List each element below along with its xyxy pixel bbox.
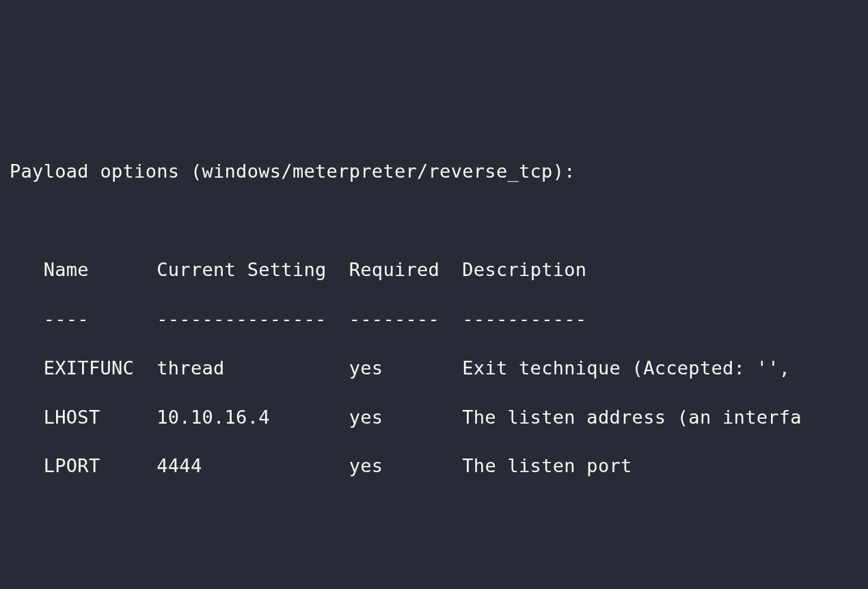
col-name: Name	[44, 259, 89, 280]
col-required: Required	[349, 259, 439, 280]
blank-line	[10, 503, 868, 528]
opt-current: thread	[157, 357, 224, 379]
opt-desc: The listen address (an interfa	[462, 407, 802, 428]
blank-line	[10, 208, 868, 233]
opt-name: LHOST	[44, 407, 100, 428]
cropped-top-line	[10, 123, 868, 135]
opt-required: yes	[349, 407, 383, 428]
column-dividers: ---- --------------- -------- ----------…	[10, 307, 868, 331]
opt-required: yes	[349, 455, 383, 476]
option-row: EXITFUNC thread yes Exit technique (Acce…	[10, 356, 868, 381]
column-headers: Name Current Setting Required Descriptio…	[10, 258, 868, 282]
div-required: --------	[349, 308, 439, 329]
col-current: Current Setting	[157, 259, 326, 280]
div-description: -----------	[462, 308, 586, 329]
opt-desc: The listen port	[462, 455, 632, 476]
terminal-output[interactable]: Payload options (windows/meterpreter/rev…	[0, 98, 868, 589]
option-row: LHOST 10.10.16.4 yes The listen address …	[10, 405, 868, 430]
col-description: Description	[462, 259, 586, 280]
opt-current: 4444	[157, 455, 202, 476]
div-current: ---------------	[157, 308, 326, 329]
opt-name: EXITFUNC	[44, 357, 134, 379]
opt-required: yes	[349, 357, 383, 379]
blank-line	[10, 552, 868, 577]
opt-desc: Exit technique (Accepted: '',	[462, 357, 790, 379]
option-row: LPORT 4444 yes The listen port	[10, 454, 868, 478]
payload-header: Payload options (windows/meterpreter/rev…	[10, 159, 868, 184]
div-name: ----	[44, 308, 89, 329]
opt-name: LPORT	[44, 455, 100, 476]
opt-current: 10.10.16.4	[157, 407, 270, 428]
